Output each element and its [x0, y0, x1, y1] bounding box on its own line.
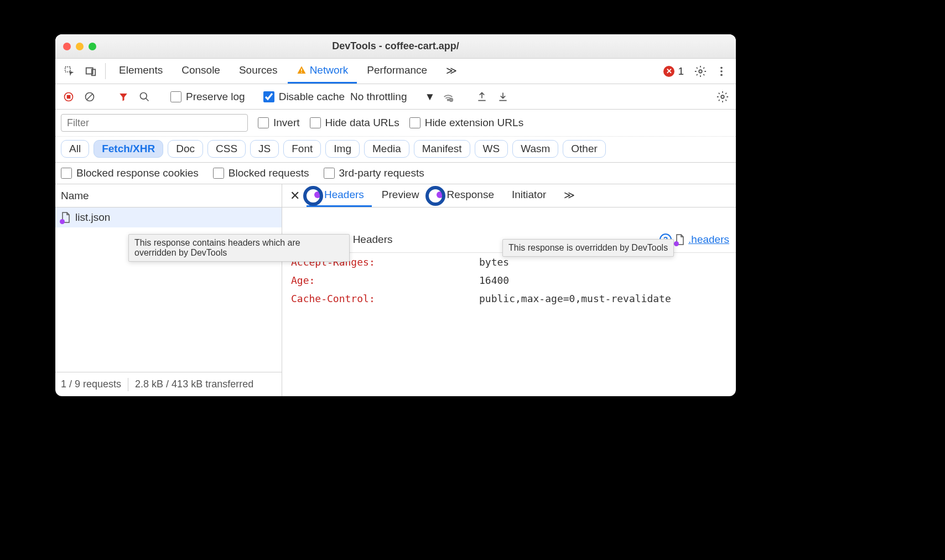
svg-point-6: [720, 66, 723, 69]
filter-pill-media[interactable]: Media: [364, 140, 409, 158]
minimize-window-button[interactable]: [76, 43, 84, 50]
kebab-menu-icon[interactable]: [712, 59, 731, 84]
blocked-cookies-checkbox[interactable]: Blocked response cookies: [61, 167, 199, 179]
inspect-element-icon[interactable]: [60, 59, 80, 84]
filter-pill-font[interactable]: Font: [283, 140, 321, 158]
tab-performance[interactable]: Performance: [358, 59, 436, 84]
close-window-button[interactable]: [63, 43, 71, 50]
third-party-checkbox[interactable]: 3rd-party requests: [324, 167, 424, 179]
error-badge[interactable]: ✕ 1: [658, 59, 689, 84]
throttling-select[interactable]: No throttling ▼: [350, 91, 435, 103]
detail-tabs-more[interactable]: ≫: [556, 184, 583, 207]
svg-rect-3: [301, 69, 302, 71]
header-value: 16400: [479, 274, 727, 286]
status-bar: 1 / 9 requests 2.8 kB / 413 kB transferr…: [55, 372, 282, 396]
tab-response[interactable]: Response: [429, 184, 502, 207]
header-value: bytes: [479, 256, 727, 268]
preserve-log-checkbox[interactable]: Preserve log: [170, 91, 245, 103]
transfer-size: 2.8 kB / 413 kB transferred: [135, 378, 253, 390]
detail-tabs: ✕ Headers Preview Response Initiator ≫: [282, 184, 736, 208]
window-title: DevTools - coffee-cart.app/: [55, 40, 736, 52]
hide-data-urls-checkbox[interactable]: Hide data URLs: [310, 117, 399, 129]
svg-point-13: [141, 92, 147, 99]
filter-icon[interactable]: [116, 89, 131, 105]
tab-preview[interactable]: Preview: [374, 184, 427, 207]
file-icon: [675, 234, 685, 245]
network-settings-icon[interactable]: [715, 89, 730, 105]
zoom-window-button[interactable]: [89, 43, 96, 50]
header-name: Age:: [291, 274, 479, 286]
invert-checkbox[interactable]: Invert: [258, 117, 300, 129]
svg-point-17: [721, 95, 724, 98]
tab-console[interactable]: Console: [173, 59, 229, 84]
header-row: Age:16400: [282, 271, 736, 289]
content-split: Name list.json 1 / 9 requests 2.8 kB / 4…: [55, 184, 736, 396]
request-name: list.json: [75, 211, 110, 224]
header-value: public,max-age=0,must-revalidate: [479, 293, 727, 304]
svg-rect-10: [67, 95, 71, 98]
tooltip-headers-override: This response contains headers which are…: [128, 234, 350, 262]
tab-network[interactable]: Network: [288, 59, 357, 84]
tab-initiator[interactable]: Initiator: [504, 184, 554, 207]
devtools-window: DevTools - coffee-cart.app/ Elements Con…: [55, 34, 736, 396]
filter-pill-manifest[interactable]: Manifest: [414, 140, 470, 158]
tab-elements[interactable]: Elements: [110, 59, 172, 84]
svg-point-15: [448, 99, 449, 101]
filter-pill-js[interactable]: JS: [250, 140, 279, 158]
hide-extension-urls-checkbox[interactable]: Hide extension URLs: [409, 117, 523, 129]
error-icon: ✕: [663, 66, 674, 77]
file-icon: [61, 212, 71, 223]
highlight-ring-icon: [425, 186, 445, 206]
header-name: Cache-Control:: [291, 293, 479, 304]
record-button[interactable]: [61, 89, 76, 105]
upload-icon[interactable]: [474, 89, 490, 105]
svg-point-5: [699, 70, 702, 73]
warning-icon: [297, 65, 307, 75]
detail-content: ▼ Response Headers ? .headers Accept-Ran…: [282, 208, 736, 396]
close-detail-button[interactable]: ✕: [285, 184, 304, 207]
extra-filters: Blocked response cookies Blocked request…: [55, 163, 736, 184]
column-header-name[interactable]: Name: [55, 184, 282, 208]
filter-pill-css[interactable]: CSS: [207, 140, 246, 158]
traffic-lights: [55, 43, 96, 50]
filter-pill-all[interactable]: All: [61, 140, 89, 158]
network-toolbar: Preserve log Disable cache No throttling…: [55, 84, 736, 110]
settings-icon[interactable]: [690, 59, 710, 84]
filter-pill-doc[interactable]: Doc: [168, 140, 203, 158]
chevron-down-icon: ▼: [424, 91, 435, 103]
request-count: 1 / 9 requests: [61, 378, 121, 390]
clear-button[interactable]: [82, 89, 97, 105]
device-toolbar-icon[interactable]: [81, 59, 101, 84]
filter-pill-img[interactable]: Img: [325, 140, 360, 158]
filter-pill-other[interactable]: Other: [563, 140, 606, 158]
filter-pill-wasm[interactable]: Wasm: [512, 140, 558, 158]
detail-panel: ✕ Headers Preview Response Initiator ≫: [282, 184, 736, 396]
svg-line-14: [146, 98, 149, 101]
svg-point-8: [720, 74, 723, 76]
disable-cache-checkbox[interactable]: Disable cache: [263, 91, 345, 103]
network-conditions-icon[interactable]: [440, 89, 456, 105]
filter-pill-fetchxhr[interactable]: Fetch/XHR: [94, 140, 163, 158]
filter-bar: Invert Hide data URLs Hide extension URL…: [55, 110, 736, 137]
blocked-requests-checkbox[interactable]: Blocked requests: [213, 167, 309, 179]
highlight-ring-icon: [303, 186, 323, 206]
svg-point-7: [720, 70, 723, 72]
request-row[interactable]: list.json: [55, 208, 282, 227]
panel-tabs: Elements Console Sources Network Perform…: [55, 59, 736, 84]
tab-sources[interactable]: Sources: [230, 59, 287, 84]
svg-rect-4: [301, 72, 302, 73]
resource-type-filters: AllFetch/XHRDocCSSJSFontImgMediaManifest…: [55, 137, 736, 163]
tabs-more[interactable]: ≫: [437, 59, 466, 84]
svg-line-12: [87, 94, 92, 100]
request-list: Name list.json 1 / 9 requests 2.8 kB / 4…: [55, 184, 282, 396]
search-icon[interactable]: [137, 89, 152, 105]
tab-headers[interactable]: Headers: [307, 184, 372, 207]
download-icon[interactable]: [495, 89, 511, 105]
title-bar: DevTools - coffee-cart.app/: [55, 34, 736, 59]
filter-input[interactable]: [61, 114, 248, 132]
filter-pill-ws[interactable]: WS: [475, 140, 508, 158]
header-row: Cache-Control:public,max-age=0,must-reva…: [282, 289, 736, 308]
tooltip-response-override: This response is overridden by DevTools: [502, 239, 674, 257]
